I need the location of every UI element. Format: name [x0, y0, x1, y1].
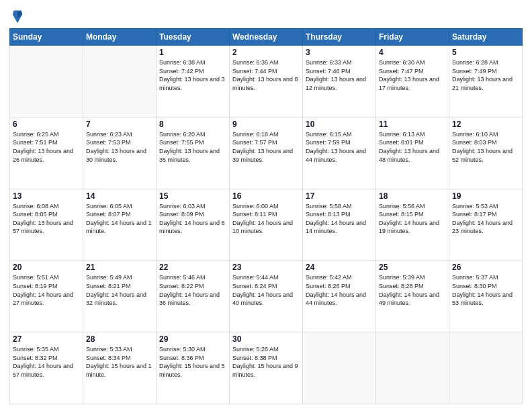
- calendar-cell: [449, 332, 523, 404]
- weekday-header-wednesday: Wednesday: [230, 29, 303, 46]
- day-info: Sunrise: 5:28 AM Sunset: 8:38 PM Dayligh…: [232, 345, 300, 379]
- day-info: Sunrise: 5:35 AM Sunset: 8:32 PM Dayligh…: [13, 345, 80, 379]
- calendar-cell: 24Sunrise: 5:42 AM Sunset: 8:26 PM Dayli…: [303, 261, 376, 332]
- day-info: Sunrise: 6:08 AM Sunset: 8:05 PM Dayligh…: [13, 202, 80, 236]
- calendar-week-3: 13Sunrise: 6:08 AM Sunset: 8:05 PM Dayli…: [10, 189, 523, 261]
- calendar-week-5: 27Sunrise: 5:35 AM Sunset: 8:32 PM Dayli…: [10, 332, 523, 404]
- day-info: Sunrise: 6:10 AM Sunset: 8:03 PM Dayligh…: [452, 130, 519, 164]
- day-number: 10: [306, 120, 373, 129]
- day-number: 4: [379, 48, 446, 57]
- calendar-cell: [83, 46, 157, 118]
- weekday-header-friday: Friday: [376, 29, 449, 46]
- day-info: Sunrise: 6:25 AM Sunset: 7:51 PM Dayligh…: [13, 130, 80, 164]
- day-number: 18: [379, 191, 446, 201]
- logo-icon: [11, 9, 24, 24]
- weekday-header-row: SundayMondayTuesdayWednesdayThursdayFrid…: [10, 29, 523, 46]
- calendar-cell: 9Sunrise: 6:18 AM Sunset: 7:57 PM Daylig…: [230, 117, 303, 189]
- day-info: Sunrise: 5:56 AM Sunset: 8:15 PM Dayligh…: [379, 202, 446, 236]
- calendar-cell: [376, 332, 449, 404]
- day-number: 5: [452, 48, 519, 57]
- calendar-cell: 14Sunrise: 6:05 AM Sunset: 8:07 PM Dayli…: [83, 189, 157, 261]
- calendar-cell: 1Sunrise: 6:38 AM Sunset: 7:42 PM Daylig…: [157, 46, 230, 118]
- day-number: 20: [13, 263, 80, 272]
- day-number: 12: [452, 120, 519, 129]
- day-info: Sunrise: 6:00 AM Sunset: 8:11 PM Dayligh…: [232, 202, 300, 236]
- calendar-cell: 8Sunrise: 6:20 AM Sunset: 7:55 PM Daylig…: [157, 117, 230, 189]
- day-number: 29: [159, 334, 226, 344]
- day-info: Sunrise: 6:13 AM Sunset: 8:01 PM Dayligh…: [379, 130, 446, 164]
- calendar-cell: 12Sunrise: 6:10 AM Sunset: 8:03 PM Dayli…: [449, 117, 523, 189]
- day-number: 15: [159, 191, 226, 201]
- header: [9, 7, 523, 24]
- calendar-week-4: 20Sunrise: 5:51 AM Sunset: 8:19 PM Dayli…: [10, 261, 523, 332]
- day-info: Sunrise: 6:30 AM Sunset: 7:47 PM Dayligh…: [379, 58, 446, 92]
- calendar-cell: 7Sunrise: 6:23 AM Sunset: 7:53 PM Daylig…: [83, 117, 157, 189]
- day-number: 6: [13, 120, 80, 129]
- calendar-cell: 17Sunrise: 5:58 AM Sunset: 8:13 PM Dayli…: [303, 189, 376, 261]
- calendar-cell: 25Sunrise: 5:39 AM Sunset: 8:28 PM Dayli…: [376, 261, 449, 332]
- calendar-cell: 23Sunrise: 5:44 AM Sunset: 8:24 PM Dayli…: [230, 261, 303, 332]
- day-number: 27: [13, 334, 80, 344]
- day-info: Sunrise: 6:18 AM Sunset: 7:57 PM Dayligh…: [232, 130, 300, 164]
- calendar-cell: 16Sunrise: 6:00 AM Sunset: 8:11 PM Dayli…: [230, 189, 303, 261]
- calendar-cell: 4Sunrise: 6:30 AM Sunset: 7:47 PM Daylig…: [376, 46, 449, 118]
- day-info: Sunrise: 6:38 AM Sunset: 7:42 PM Dayligh…: [159, 58, 226, 92]
- page: SundayMondayTuesdayWednesdayThursdayFrid…: [0, 0, 532, 411]
- calendar-cell: [10, 46, 83, 118]
- day-info: Sunrise: 6:15 AM Sunset: 7:59 PM Dayligh…: [306, 130, 373, 164]
- weekday-header-sunday: Sunday: [10, 29, 83, 46]
- weekday-header-thursday: Thursday: [303, 29, 376, 46]
- calendar-cell: 10Sunrise: 6:15 AM Sunset: 7:59 PM Dayli…: [303, 117, 376, 189]
- calendar-week-2: 6Sunrise: 6:25 AM Sunset: 7:51 PM Daylig…: [10, 117, 523, 189]
- weekday-header-tuesday: Tuesday: [157, 29, 230, 46]
- calendar-cell: 13Sunrise: 6:08 AM Sunset: 8:05 PM Dayli…: [10, 189, 83, 261]
- calendar-cell: 27Sunrise: 5:35 AM Sunset: 8:32 PM Dayli…: [10, 332, 83, 404]
- day-number: 8: [159, 120, 226, 129]
- day-number: 30: [232, 334, 300, 344]
- calendar-cell: 28Sunrise: 5:33 AM Sunset: 8:34 PM Dayli…: [83, 332, 157, 404]
- day-number: 16: [232, 191, 300, 201]
- day-info: Sunrise: 5:44 AM Sunset: 8:24 PM Dayligh…: [232, 273, 300, 307]
- calendar-cell: 2Sunrise: 6:35 AM Sunset: 7:44 PM Daylig…: [230, 46, 303, 118]
- calendar-cell: 21Sunrise: 5:49 AM Sunset: 8:21 PM Dayli…: [83, 261, 157, 332]
- calendar-cell: [303, 332, 376, 404]
- day-number: 1: [159, 48, 226, 57]
- day-number: 13: [13, 191, 80, 201]
- calendar-cell: 26Sunrise: 5:37 AM Sunset: 8:30 PM Dayli…: [449, 261, 523, 332]
- calendar-cell: 18Sunrise: 5:56 AM Sunset: 8:15 PM Dayli…: [376, 189, 449, 261]
- calendar-cell: 6Sunrise: 6:25 AM Sunset: 7:51 PM Daylig…: [10, 117, 83, 189]
- day-info: Sunrise: 6:20 AM Sunset: 7:55 PM Dayligh…: [159, 130, 226, 164]
- day-info: Sunrise: 5:39 AM Sunset: 8:28 PM Dayligh…: [379, 273, 446, 307]
- day-number: 14: [86, 191, 153, 201]
- calendar-cell: 3Sunrise: 6:33 AM Sunset: 7:46 PM Daylig…: [303, 46, 376, 118]
- calendar-cell: 29Sunrise: 5:30 AM Sunset: 8:36 PM Dayli…: [157, 332, 230, 404]
- day-info: Sunrise: 6:03 AM Sunset: 8:09 PM Dayligh…: [159, 202, 226, 236]
- day-number: 25: [379, 263, 446, 272]
- day-number: 22: [159, 263, 226, 272]
- calendar-table: SundayMondayTuesdayWednesdayThursdayFrid…: [9, 28, 523, 404]
- weekday-header-saturday: Saturday: [449, 29, 523, 46]
- calendar-week-1: 1Sunrise: 6:38 AM Sunset: 7:42 PM Daylig…: [10, 46, 523, 118]
- calendar-cell: 15Sunrise: 6:03 AM Sunset: 8:09 PM Dayli…: [157, 189, 230, 261]
- day-info: Sunrise: 5:33 AM Sunset: 8:34 PM Dayligh…: [86, 345, 153, 379]
- calendar-cell: 30Sunrise: 5:28 AM Sunset: 8:38 PM Dayli…: [230, 332, 303, 404]
- day-number: 21: [86, 263, 153, 272]
- calendar-body: 1Sunrise: 6:38 AM Sunset: 7:42 PM Daylig…: [10, 46, 523, 404]
- day-info: Sunrise: 5:42 AM Sunset: 8:26 PM Dayligh…: [306, 273, 373, 307]
- logo: [9, 9, 24, 24]
- calendar-cell: 20Sunrise: 5:51 AM Sunset: 8:19 PM Dayli…: [10, 261, 83, 332]
- day-info: Sunrise: 6:05 AM Sunset: 8:07 PM Dayligh…: [86, 202, 153, 236]
- calendar-cell: 22Sunrise: 5:46 AM Sunset: 8:22 PM Dayli…: [157, 261, 230, 332]
- calendar-cell: 11Sunrise: 6:13 AM Sunset: 8:01 PM Dayli…: [376, 117, 449, 189]
- day-info: Sunrise: 5:46 AM Sunset: 8:22 PM Dayligh…: [159, 273, 226, 307]
- day-number: 28: [86, 334, 153, 344]
- day-number: 7: [86, 120, 153, 129]
- day-number: 23: [232, 263, 300, 272]
- day-info: Sunrise: 5:51 AM Sunset: 8:19 PM Dayligh…: [13, 273, 80, 307]
- day-info: Sunrise: 6:35 AM Sunset: 7:44 PM Dayligh…: [232, 58, 300, 92]
- day-number: 9: [232, 120, 300, 129]
- weekday-header-monday: Monday: [83, 29, 157, 46]
- calendar-cell: 5Sunrise: 6:28 AM Sunset: 7:49 PM Daylig…: [449, 46, 523, 118]
- day-info: Sunrise: 5:53 AM Sunset: 8:17 PM Dayligh…: [452, 202, 519, 236]
- day-info: Sunrise: 6:23 AM Sunset: 7:53 PM Dayligh…: [86, 130, 153, 164]
